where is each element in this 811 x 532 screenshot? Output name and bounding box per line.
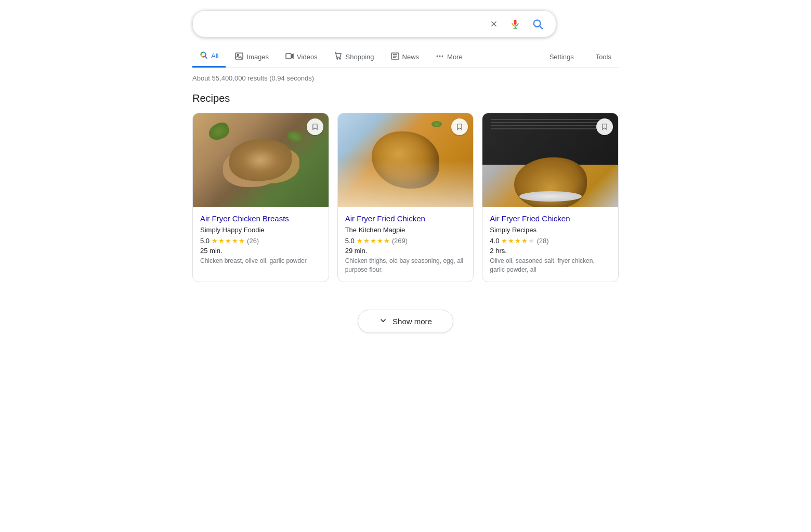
tools-button[interactable]: Tools: [588, 48, 619, 66]
recipe-time-3: 2 hrs.: [490, 247, 611, 255]
svg-point-16: [339, 58, 341, 59]
tab-shopping-label: Shopping: [346, 53, 374, 61]
svg-point-23: [442, 55, 443, 57]
rating-count-1: (26): [247, 237, 259, 245]
recipe-source-2: The Kitchen Magpie: [345, 226, 466, 234]
recipe-info-2: Air Fryer Fried Chicken The Kitchen Magp…: [338, 207, 474, 282]
tab-more[interactable]: More: [428, 47, 470, 67]
all-icon: [200, 51, 208, 61]
svg-point-21: [437, 55, 438, 57]
nav-tabs: All Images Videos: [192, 46, 619, 68]
search-bar: air fryer chicken: [192, 10, 556, 37]
chevron-down-icon: [379, 316, 387, 326]
news-icon: [391, 52, 399, 62]
tab-images-label: Images: [246, 53, 269, 61]
mic-button[interactable]: [508, 17, 522, 31]
recipes-section: Recipes Air Fryer Chicken Breasts: [192, 92, 619, 282]
recipe-image-1: [193, 113, 329, 207]
recipe-card-2[interactable]: Air Fryer Fried Chicken The Kitchen Magp…: [337, 113, 474, 282]
tab-images[interactable]: Images: [228, 47, 276, 67]
tab-videos-label: Videos: [297, 53, 318, 61]
videos-icon: [285, 52, 294, 62]
bookmark-btn-3[interactable]: [596, 118, 613, 135]
bookmark-btn-1[interactable]: [307, 118, 323, 135]
recipe-time-2: 29 min.: [345, 247, 466, 255]
search-button[interactable]: [530, 16, 545, 32]
tab-news[interactable]: News: [384, 47, 427, 67]
search-icons: [487, 16, 545, 32]
show-more-divider: [192, 299, 619, 299]
recipe-title-1[interactable]: Air Fryer Chicken Breasts: [200, 213, 321, 224]
tab-all[interactable]: All: [192, 46, 226, 68]
recipe-image-2: [338, 113, 474, 207]
svg-rect-2: [514, 20, 517, 25]
images-icon: [235, 52, 243, 62]
search-input[interactable]: air fryer chicken: [203, 19, 487, 29]
results-count: About 55,400,000 results (0.94 seconds): [192, 74, 619, 82]
tab-all-label: All: [211, 52, 218, 60]
recipe-card-3[interactable]: Air Fryer Fried Chicken Simply Recipes 4…: [482, 113, 619, 282]
tools-label: Tools: [596, 53, 611, 61]
svg-line-6: [540, 26, 542, 29]
rating-score-3: 4.0: [490, 237, 499, 245]
stars-2: ★ ★ ★ ★ ★: [357, 237, 390, 245]
recipe-source-1: Simply Happy Foodie: [200, 226, 321, 234]
nav-settings: Settings Tools: [542, 48, 619, 66]
svg-rect-14: [286, 54, 291, 59]
recipe-rating-1: 5.0 ★ ★ ★ ★ ★ (26): [200, 237, 321, 245]
tab-more-label: More: [447, 53, 463, 61]
recipe-rating-2: 5.0 ★ ★ ★ ★ ★ (269): [345, 237, 466, 245]
recipe-source-3: Simply Recipes: [490, 226, 611, 234]
recipe-card-1[interactable]: Air Fryer Chicken Breasts Simply Happy F…: [192, 113, 329, 282]
show-more-label: Show more: [393, 317, 432, 326]
recipe-image-3: [482, 113, 618, 207]
rating-count-2: (269): [392, 237, 408, 245]
tab-news-label: News: [402, 53, 420, 61]
clear-button[interactable]: [487, 17, 501, 31]
show-more-button[interactable]: Show more: [358, 310, 453, 333]
recipes-grid: Air Fryer Chicken Breasts Simply Happy F…: [192, 113, 619, 282]
more-icon: [436, 52, 444, 62]
rating-score-2: 5.0: [345, 237, 355, 245]
recipe-title-3[interactable]: Air Fryer Fried Chicken: [490, 213, 611, 224]
recipe-time-1: 25 min.: [200, 247, 321, 255]
recipes-title: Recipes: [192, 92, 619, 104]
stars-3: ★ ★ ★ ★ ★: [501, 237, 534, 245]
stars-1: ★ ★ ★ ★ ★: [212, 237, 245, 245]
recipe-info-3: Air Fryer Fried Chicken Simply Recipes 4…: [482, 207, 618, 282]
recipe-title-2[interactable]: Air Fryer Fried Chicken: [345, 213, 466, 224]
settings-button[interactable]: Settings: [542, 48, 581, 66]
recipe-ingredients-3: Olive oil, seasoned salt, fryer chicken,…: [490, 257, 611, 274]
recipe-rating-3: 4.0 ★ ★ ★ ★ ★ (28): [490, 237, 611, 245]
rating-count-3: (28): [537, 237, 548, 245]
svg-point-13: [237, 54, 239, 56]
show-more-container: Show more: [192, 310, 619, 333]
settings-label: Settings: [550, 53, 574, 61]
recipe-info-1: Air Fryer Chicken Breasts Simply Happy F…: [193, 207, 329, 273]
svg-line-11: [205, 56, 207, 58]
shopping-icon: [334, 52, 343, 62]
tab-videos[interactable]: Videos: [278, 47, 325, 67]
recipe-ingredients-1: Chicken breast, olive oil, garlic powder: [200, 257, 321, 265]
rating-score-1: 5.0: [200, 237, 210, 245]
recipe-ingredients-2: Chicken thighs, old bay seasoning, egg, …: [345, 257, 466, 274]
svg-point-22: [439, 55, 441, 57]
tab-shopping[interactable]: Shopping: [327, 47, 382, 67]
svg-point-15: [337, 58, 338, 59]
